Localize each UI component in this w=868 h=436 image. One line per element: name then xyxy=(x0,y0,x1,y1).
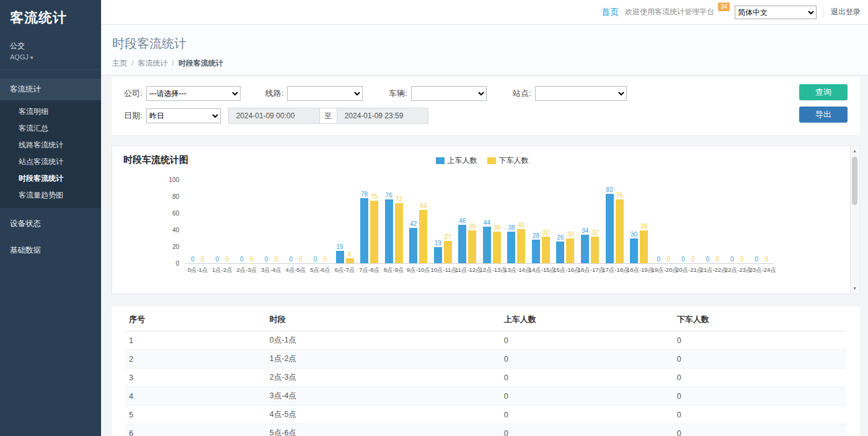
bar-wrap: 0 xyxy=(321,180,329,263)
bar-wrap: 0 xyxy=(262,180,270,263)
breadcrumb-item[interactable]: 客流统计 xyxy=(138,59,167,68)
breadcrumb-item[interactable]: 主页 xyxy=(112,59,127,68)
scrollbar-thumb[interactable] xyxy=(852,157,857,205)
filter-row-2: 日期: 昨日 至 xyxy=(124,108,848,124)
bar-wrap: 32 xyxy=(542,180,550,263)
bar[interactable] xyxy=(566,238,574,264)
sidebar-section-设备状态[interactable]: 设备状态 xyxy=(0,213,101,235)
bar[interactable] xyxy=(395,203,403,263)
bar[interactable] xyxy=(606,194,614,263)
query-button[interactable]: 查询 xyxy=(799,84,848,100)
table-cell: 0 xyxy=(500,350,673,368)
bar-value-label: 26 xyxy=(557,234,564,241)
company-select[interactable]: ---请选择--- xyxy=(146,86,241,101)
bar-wrap: 39 xyxy=(468,180,476,263)
bar[interactable] xyxy=(444,241,452,263)
bar[interactable] xyxy=(385,199,393,263)
bar-wrap: 34 xyxy=(581,180,589,263)
scroll-up-icon[interactable]: ▲ xyxy=(851,147,859,155)
bar[interactable] xyxy=(409,228,417,263)
x-tick-label: 18点-19点 xyxy=(627,266,652,274)
logout-link[interactable]: 退出登录 xyxy=(823,7,861,17)
bar[interactable] xyxy=(616,199,624,263)
bar[interactable] xyxy=(493,232,501,263)
legend-item[interactable]: 上车人数 xyxy=(436,155,477,166)
table-row: 10点-1点00 xyxy=(125,331,846,350)
bar-value-label: 28 xyxy=(533,232,539,239)
bar[interactable] xyxy=(581,235,589,263)
x-tick-label: 2点-3点 xyxy=(234,266,259,274)
bar[interactable] xyxy=(640,230,648,263)
home-link[interactable]: 首页 xyxy=(601,7,619,18)
bar-wrap: 0 xyxy=(296,180,304,263)
bar-value-label: 0 xyxy=(666,256,670,263)
legend-item[interactable]: 下车人数 xyxy=(487,155,529,166)
bar-value-label: 0 xyxy=(275,256,278,263)
bar[interactable] xyxy=(360,198,368,263)
line-select[interactable] xyxy=(287,86,363,101)
vehicle-select[interactable] xyxy=(411,86,487,101)
date-end-input[interactable] xyxy=(337,108,428,124)
table-header-cell: 下车人数 xyxy=(673,308,846,331)
x-tick-label: 0点-1点 xyxy=(185,266,210,274)
sidebar-section-客流统计[interactable]: 客流统计 xyxy=(0,79,101,100)
bar[interactable] xyxy=(468,230,476,263)
bar-wrap: 72 xyxy=(395,180,403,263)
bar-wrap: 19 xyxy=(434,180,442,263)
bar-wrap: 0 xyxy=(728,180,736,263)
bar[interactable] xyxy=(370,201,378,263)
bar[interactable] xyxy=(630,238,638,264)
breadcrumb-separator: / xyxy=(131,59,133,68)
scroll-down-icon[interactable]: ▼ xyxy=(851,284,859,293)
bar-value-label: 38 xyxy=(494,224,500,231)
bar-wrap: 0 xyxy=(704,180,712,263)
bar-group: 1927 xyxy=(430,180,455,263)
chart-scrollbar[interactable]: ▲ ▼ xyxy=(850,147,859,293)
bar[interactable] xyxy=(346,258,354,263)
station-select[interactable] xyxy=(535,86,627,101)
bar[interactable] xyxy=(556,242,564,263)
date-start-input[interactable] xyxy=(228,108,320,124)
caret-down-icon: ▾ xyxy=(30,54,33,61)
notification-badge[interactable]: 34 xyxy=(718,2,730,11)
language-select[interactable]: 简体中文 xyxy=(735,6,817,19)
sidebar-section-基础数据[interactable]: 基础数据 xyxy=(0,240,101,261)
x-tick-label: 6点-7点 xyxy=(332,266,357,274)
bar-value-label: 0 xyxy=(730,256,734,263)
sidebar-item[interactable]: 线路客流统计 xyxy=(0,137,101,154)
y-tick-label: 100 xyxy=(169,177,179,183)
bar-wrap: 83 xyxy=(606,180,614,263)
x-tick-label: 1点-2点 xyxy=(210,266,235,274)
bar[interactable] xyxy=(434,247,442,263)
sidebar-item[interactable]: 客流量趋势图 xyxy=(0,187,101,204)
table-cell: 0 xyxy=(673,387,846,406)
bar[interactable] xyxy=(507,232,515,263)
date-preset-select[interactable]: 昨日 xyxy=(146,108,221,123)
export-button[interactable]: 导出 xyxy=(799,107,848,123)
sidebar-item[interactable]: 客流明细 xyxy=(0,103,101,120)
bar[interactable] xyxy=(336,251,344,263)
welcome-text: 欢迎使用客流统计管理平台 xyxy=(625,7,714,17)
bar[interactable] xyxy=(517,229,525,263)
bar[interactable] xyxy=(542,237,550,263)
sidebar-item[interactable]: 客流汇总 xyxy=(0,120,101,137)
bar-wrap: 0 xyxy=(272,180,280,263)
content-area: 公司: ---请选择--- 线路: 车辆: 站点: 日期: 昨日 至 查询 导出 xyxy=(101,76,868,436)
sidebar-item[interactable]: 站点客流统计 xyxy=(0,154,101,170)
user-menu[interactable]: AQGJ▾ xyxy=(0,53,101,70)
bar[interactable] xyxy=(483,227,491,263)
bar-group: 3841 xyxy=(504,180,529,263)
bar[interactable] xyxy=(419,210,427,263)
bar-value-label: 32 xyxy=(591,229,598,236)
bar[interactable] xyxy=(458,225,466,263)
bar-group: 00 xyxy=(259,180,284,263)
chart-y-axis: 020406080100 xyxy=(123,180,185,264)
sidebar-item[interactable]: 时段客流统计 xyxy=(0,170,101,187)
bar[interactable] xyxy=(591,237,599,263)
breadcrumb-item: 时段客流统计 xyxy=(179,59,223,68)
bar-value-label: 0 xyxy=(324,256,327,263)
bar[interactable] xyxy=(532,240,540,263)
x-tick-label: 17点-18点 xyxy=(602,266,627,274)
bar-wrap: 6 xyxy=(346,180,354,263)
bar-group: 4639 xyxy=(455,180,480,263)
